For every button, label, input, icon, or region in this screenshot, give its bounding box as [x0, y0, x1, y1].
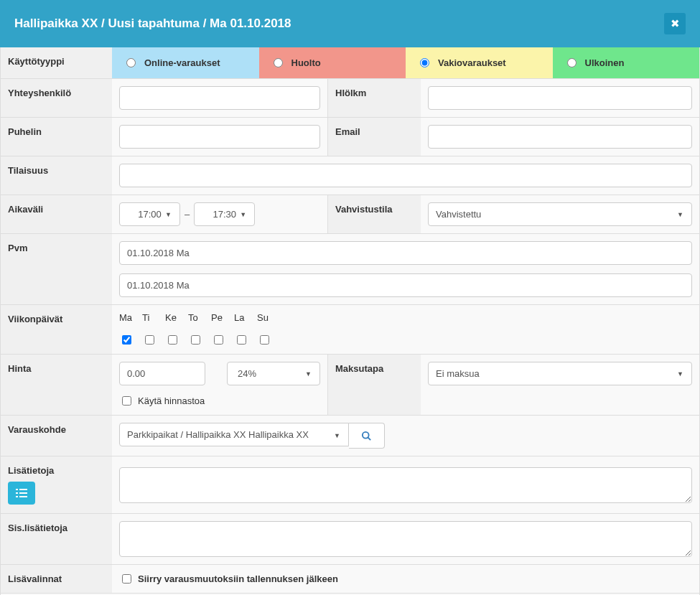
wd-head-su: Su — [257, 312, 274, 323]
label-persons: Hlölkm — [327, 79, 421, 117]
date-from-input[interactable] — [119, 241, 692, 265]
dialog-header: Hallipaikka XX / Uusi tapahtuma / Ma 01.… — [0, 0, 700, 47]
wd-check-ti[interactable] — [145, 335, 154, 345]
svg-rect-2 — [16, 489, 18, 490]
price-input[interactable] — [119, 362, 205, 385]
label-target: Varauskohde — [1, 416, 112, 456]
svg-rect-5 — [19, 492, 27, 494]
usage-type-maintenance-label: Huolto — [291, 57, 321, 68]
label-interval: Aikaväli — [1, 195, 112, 233]
wd-check-pe[interactable] — [214, 335, 223, 345]
usage-type-standing-label: Vakiovaraukset — [438, 57, 506, 68]
email-input[interactable] — [428, 125, 692, 149]
row-extra: Lisävalinnat Siirry varausmuutoksiin tal… — [1, 565, 699, 594]
label-extra: Lisävalinnat — [1, 565, 112, 593]
label-internal-info: Sis.lisätietoja — [1, 514, 112, 564]
wd-check-to[interactable] — [191, 335, 200, 345]
wd-check-la[interactable] — [237, 335, 246, 345]
wd-check-ke[interactable] — [168, 335, 177, 345]
label-weekdays: Viikonpäivät — [1, 305, 112, 354]
wd-head-to: To — [188, 312, 205, 323]
use-pricelist-label: Käytä hinnastoa — [138, 395, 205, 406]
payment-select[interactable]: Ei maksua — [428, 362, 692, 385]
contact-input[interactable] — [119, 86, 320, 110]
usage-type-standing-radio[interactable] — [420, 58, 429, 67]
usage-type-online-radio[interactable] — [126, 58, 136, 67]
usage-type-tabs: Online-varaukset Huolto Vakiovaraukset U… — [112, 47, 699, 78]
usage-type-standing[interactable]: Vakiovaraukset — [406, 47, 553, 78]
row-date: Pvm — [1, 234, 699, 305]
goto-changes-label: Siirry varausmuutoksiin tallennuksen jäl… — [138, 573, 338, 584]
label-payment: Maksutapa — [327, 355, 421, 415]
wd-check-ma[interactable] — [122, 335, 131, 345]
row-more-info: Lisätietoja — [1, 456, 699, 514]
wd-head-ke: Ke — [165, 312, 182, 323]
confirm-state-select[interactable]: Vahvistettu — [428, 202, 692, 226]
row-interval-confirm: Aikaväli 17:00 – 17:30 Vahvistustila — [1, 195, 699, 234]
row-weekdays: Viikonpäivät Ma Ti Ke To Pe La Su — [1, 305, 699, 355]
weekdays-block: Ma Ti Ke To Pe La Su — [119, 312, 274, 347]
label-date: Pvm — [1, 234, 112, 304]
row-target: Varauskohde Parkkipaikat / Hallipaikka X… — [1, 416, 699, 456]
target-search-button[interactable] — [349, 423, 385, 449]
row-internal-info: Sis.lisätietoja — [1, 514, 699, 565]
usage-type-maintenance-radio[interactable] — [274, 58, 283, 67]
more-info-list-button[interactable] — [8, 482, 35, 505]
close-icon: ✖ — [671, 17, 680, 29]
weekdays-checks — [119, 333, 274, 347]
more-info-textarea[interactable] — [119, 467, 692, 503]
wd-head-pe: Pe — [211, 312, 228, 323]
usage-type-external-radio[interactable] — [567, 58, 577, 67]
use-pricelist-checkbox[interactable] — [122, 396, 131, 406]
internal-info-textarea[interactable] — [119, 521, 692, 557]
row-price-payment: Hinta 24% Käytä hinnastoa Maksutapa — [1, 355, 699, 416]
time-from-select[interactable]: 17:00 — [119, 202, 180, 226]
event-dialog: Hallipaikka XX / Uusi tapahtuma / Ma 01.… — [0, 0, 700, 595]
usage-type-external-label: Ulkoinen — [585, 57, 625, 68]
label-confirm-state: Vahvistustila — [327, 195, 421, 233]
row-contact-persons: Yhteyshenkilö Hlölkm — [1, 79, 699, 118]
date-to-input[interactable] — [119, 273, 692, 297]
form-body: Käyttötyyppi Online-varaukset Huolto Vak… — [0, 47, 700, 595]
label-phone: Puhelin — [1, 118, 112, 156]
label-contact: Yhteyshenkilö — [1, 79, 112, 117]
target-select[interactable]: Parkkipaikat / Hallipaikka XX Hallipaikk… — [119, 423, 349, 446]
vat-select[interactable]: 24% — [227, 362, 320, 385]
svg-rect-4 — [16, 492, 18, 494]
row-event: Tilaisuus — [1, 156, 699, 195]
persons-input[interactable] — [428, 86, 692, 110]
event-input[interactable] — [119, 164, 692, 187]
svg-rect-7 — [19, 496, 27, 497]
svg-point-0 — [363, 431, 369, 438]
search-icon — [361, 431, 372, 441]
row-usage-type: Käyttötyyppi Online-varaukset Huolto Vak… — [1, 47, 699, 79]
close-button[interactable]: ✖ — [664, 13, 686, 34]
wd-check-su[interactable] — [260, 335, 269, 345]
row-phone-email: Puhelin Email — [1, 118, 699, 156]
wd-head-ti: Ti — [142, 312, 159, 323]
time-separator: – — [185, 209, 190, 220]
wd-head-ma: Ma — [119, 312, 136, 323]
label-event: Tilaisuus — [1, 156, 112, 195]
phone-input[interactable] — [119, 125, 320, 149]
usage-type-maintenance[interactable]: Huolto — [259, 47, 406, 78]
goto-changes-checkbox[interactable] — [122, 574, 131, 584]
label-email: Email — [327, 118, 421, 156]
label-price: Hinta — [1, 355, 112, 415]
svg-rect-3 — [19, 489, 27, 490]
usage-type-online[interactable]: Online-varaukset — [112, 47, 259, 78]
svg-rect-6 — [16, 496, 18, 497]
label-usage-type: Käyttötyyppi — [1, 47, 112, 78]
wd-head-la: La — [234, 312, 251, 323]
svg-line-1 — [368, 437, 370, 440]
dialog-title: Hallipaikka XX / Uusi tapahtuma / Ma 01.… — [14, 17, 291, 31]
list-icon — [16, 488, 27, 498]
weekdays-head: Ma Ti Ke To Pe La Su — [119, 312, 274, 323]
usage-type-external[interactable]: Ulkoinen — [553, 47, 700, 78]
label-more-info: Lisätietoja — [8, 465, 54, 476]
time-to-select[interactable]: 17:30 — [194, 202, 255, 226]
usage-type-online-label: Online-varaukset — [144, 57, 220, 68]
